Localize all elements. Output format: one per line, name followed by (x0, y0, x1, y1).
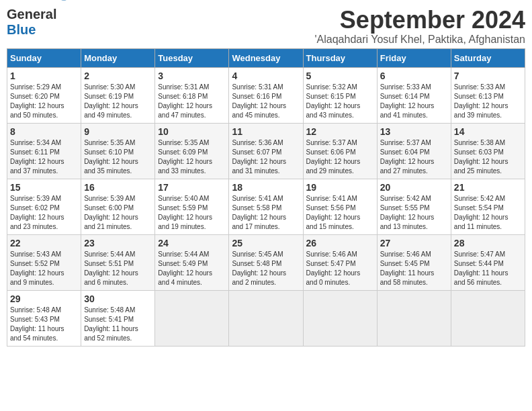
calendar-cell: 13Sunrise: 5:37 AM Sunset: 6:04 PM Dayli… (377, 123, 451, 179)
logo-general-text: General (7, 7, 56, 21)
calendar-cell: 12Sunrise: 5:37 AM Sunset: 6:06 PM Dayli… (303, 123, 377, 179)
day-number: 20 (380, 182, 448, 193)
bird-icon (61, 0, 76, 5)
calendar-cell (155, 290, 229, 346)
day-number: 10 (158, 126, 226, 137)
day-info: Sunrise: 5:33 AM Sunset: 6:13 PM Dayligh… (454, 83, 522, 120)
day-number: 24 (158, 238, 226, 248)
calendar-week-2: 8Sunrise: 5:34 AM Sunset: 6:11 PM Daylig… (7, 123, 525, 179)
day-number: 14 (454, 126, 522, 137)
day-number: 30 (84, 293, 152, 304)
day-info: Sunrise: 5:29 AM Sunset: 6:20 PM Dayligh… (10, 83, 78, 120)
calendar-cell (303, 290, 377, 346)
day-number: 4 (232, 71, 300, 81)
day-info: Sunrise: 5:35 AM Sunset: 6:09 PM Dayligh… (158, 138, 226, 176)
day-number: 27 (380, 238, 448, 248)
day-number: 1 (10, 71, 78, 81)
calendar-cell: 9Sunrise: 5:35 AM Sunset: 6:10 PM Daylig… (81, 123, 155, 179)
day-info: Sunrise: 5:42 AM Sunset: 5:55 PM Dayligh… (380, 194, 448, 232)
title-section: September 2024 'Alaqahdari Yosuf Khel, P… (315, 7, 526, 46)
calendar-cell: 29Sunrise: 5:48 AM Sunset: 5:43 PM Dayli… (7, 290, 81, 346)
calendar-week-1: 1Sunrise: 5:29 AM Sunset: 6:20 PM Daylig… (7, 67, 525, 123)
logo: General Blue (7, 7, 76, 38)
day-number: 8 (10, 126, 78, 137)
weekday-header-sunday: Sunday (7, 48, 81, 67)
weekday-header-wednesday: Wednesday (229, 48, 303, 67)
day-info: Sunrise: 5:43 AM Sunset: 5:52 PM Dayligh… (10, 250, 78, 287)
day-info: Sunrise: 5:44 AM Sunset: 5:49 PM Dayligh… (158, 250, 226, 287)
day-info: Sunrise: 5:48 AM Sunset: 5:41 PM Dayligh… (84, 306, 152, 343)
day-info: Sunrise: 5:36 AM Sunset: 6:07 PM Dayligh… (232, 138, 300, 176)
location-title: 'Alaqahdari Yosuf Khel, Paktika, Afghani… (315, 34, 526, 46)
calendar-week-5: 29Sunrise: 5:48 AM Sunset: 5:43 PM Dayli… (7, 290, 525, 346)
calendar-cell: 21Sunrise: 5:42 AM Sunset: 5:54 PM Dayli… (451, 179, 525, 234)
day-info: Sunrise: 5:41 AM Sunset: 5:58 PM Dayligh… (232, 194, 300, 232)
day-info: Sunrise: 5:38 AM Sunset: 6:03 PM Dayligh… (454, 138, 522, 176)
day-number: 2 (84, 71, 152, 81)
weekday-header-monday: Monday (81, 48, 155, 67)
day-info: Sunrise: 5:45 AM Sunset: 5:48 PM Dayligh… (232, 250, 300, 287)
weekday-header-tuesday: Tuesday (155, 48, 229, 67)
day-info: Sunrise: 5:44 AM Sunset: 5:51 PM Dayligh… (84, 250, 152, 287)
day-number: 9 (84, 126, 152, 137)
calendar-cell: 28Sunrise: 5:47 AM Sunset: 5:44 PM Dayli… (451, 234, 525, 290)
calendar-cell: 16Sunrise: 5:39 AM Sunset: 6:00 PM Dayli… (81, 179, 155, 234)
day-number: 17 (158, 182, 226, 193)
day-number: 6 (380, 71, 448, 81)
day-number: 28 (454, 238, 522, 248)
day-number: 3 (158, 71, 226, 81)
calendar-cell: 20Sunrise: 5:42 AM Sunset: 5:55 PM Dayli… (377, 179, 451, 234)
calendar-cell: 10Sunrise: 5:35 AM Sunset: 6:09 PM Dayli… (155, 123, 229, 179)
day-number: 29 (10, 293, 78, 304)
weekday-header-thursday: Thursday (303, 48, 377, 67)
calendar-cell: 19Sunrise: 5:41 AM Sunset: 5:56 PM Dayli… (303, 179, 377, 234)
day-info: Sunrise: 5:35 AM Sunset: 6:10 PM Dayligh… (84, 138, 152, 176)
calendar-cell: 17Sunrise: 5:40 AM Sunset: 5:59 PM Dayli… (155, 179, 229, 234)
day-number: 11 (232, 126, 300, 137)
calendar-cell (377, 290, 451, 346)
day-info: Sunrise: 5:32 AM Sunset: 6:15 PM Dayligh… (306, 83, 374, 120)
weekday-header-friday: Friday (377, 48, 451, 67)
day-info: Sunrise: 5:31 AM Sunset: 6:16 PM Dayligh… (232, 83, 300, 120)
day-info: Sunrise: 5:47 AM Sunset: 5:44 PM Dayligh… (454, 250, 522, 287)
day-info: Sunrise: 5:31 AM Sunset: 6:18 PM Dayligh… (158, 83, 226, 120)
calendar-cell (229, 290, 303, 346)
calendar-cell: 30Sunrise: 5:48 AM Sunset: 5:41 PM Dayli… (81, 290, 155, 346)
day-number: 16 (84, 182, 152, 193)
calendar-cell: 15Sunrise: 5:39 AM Sunset: 6:02 PM Dayli… (7, 179, 81, 234)
day-info: Sunrise: 5:46 AM Sunset: 5:45 PM Dayligh… (380, 250, 448, 287)
page-header: General Blue September 2024 'Alaqahdari … (7, 7, 525, 46)
calendar-table: SundayMondayTuesdayWednesdayThursdayFrid… (7, 48, 525, 347)
day-info: Sunrise: 5:40 AM Sunset: 5:59 PM Dayligh… (158, 194, 226, 232)
calendar-week-3: 15Sunrise: 5:39 AM Sunset: 6:02 PM Dayli… (7, 179, 525, 234)
calendar-cell: 2Sunrise: 5:30 AM Sunset: 6:19 PM Daylig… (81, 67, 155, 123)
day-info: Sunrise: 5:37 AM Sunset: 6:04 PM Dayligh… (380, 138, 448, 176)
day-info: Sunrise: 5:37 AM Sunset: 6:06 PM Dayligh… (306, 138, 374, 176)
calendar-cell: 7Sunrise: 5:33 AM Sunset: 6:13 PM Daylig… (451, 67, 525, 123)
calendar-cell: 6Sunrise: 5:33 AM Sunset: 6:14 PM Daylig… (377, 67, 451, 123)
calendar-cell: 18Sunrise: 5:41 AM Sunset: 5:58 PM Dayli… (229, 179, 303, 234)
day-number: 7 (454, 71, 522, 81)
day-number: 15 (10, 182, 78, 193)
calendar-cell: 22Sunrise: 5:43 AM Sunset: 5:52 PM Dayli… (7, 234, 81, 290)
calendar-cell: 8Sunrise: 5:34 AM Sunset: 6:11 PM Daylig… (7, 123, 81, 179)
day-number: 12 (306, 126, 374, 137)
calendar-cell: 27Sunrise: 5:46 AM Sunset: 5:45 PM Dayli… (377, 234, 451, 290)
calendar-cell: 3Sunrise: 5:31 AM Sunset: 6:18 PM Daylig… (155, 67, 229, 123)
calendar-cell: 14Sunrise: 5:38 AM Sunset: 6:03 PM Dayli… (451, 123, 525, 179)
day-info: Sunrise: 5:39 AM Sunset: 6:02 PM Dayligh… (10, 194, 78, 232)
day-info: Sunrise: 5:41 AM Sunset: 5:56 PM Dayligh… (306, 194, 374, 232)
calendar-cell: 5Sunrise: 5:32 AM Sunset: 6:15 PM Daylig… (303, 67, 377, 123)
day-info: Sunrise: 5:42 AM Sunset: 5:54 PM Dayligh… (454, 194, 522, 232)
logo-blue-text: Blue (7, 22, 36, 38)
calendar-cell: 23Sunrise: 5:44 AM Sunset: 5:51 PM Dayli… (81, 234, 155, 290)
day-number: 25 (232, 238, 300, 248)
day-number: 18 (232, 182, 300, 193)
day-number: 5 (306, 71, 374, 81)
day-number: 23 (84, 238, 152, 248)
calendar-cell: 11Sunrise: 5:36 AM Sunset: 6:07 PM Dayli… (229, 123, 303, 179)
day-number: 22 (10, 238, 78, 248)
day-info: Sunrise: 5:30 AM Sunset: 6:19 PM Dayligh… (84, 83, 152, 120)
day-info: Sunrise: 5:48 AM Sunset: 5:43 PM Dayligh… (10, 306, 78, 343)
calendar-cell: 25Sunrise: 5:45 AM Sunset: 5:48 PM Dayli… (229, 234, 303, 290)
